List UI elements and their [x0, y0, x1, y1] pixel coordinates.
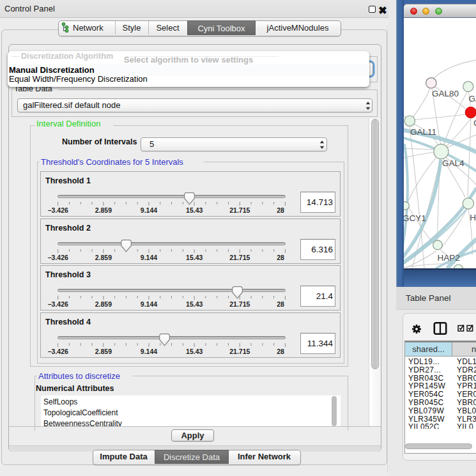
svg-text:H: H [470, 213, 476, 222]
svg-text:GAL4: GAL4 [442, 158, 464, 168]
svg-text:GA: GA [469, 94, 476, 104]
svg-text:C: C [473, 118, 476, 128]
svg-text:GAL80: GAL80 [432, 89, 459, 98]
svg-text:GCY1: GCY1 [404, 213, 426, 223]
svg-text:HAP2: HAP2 [438, 253, 460, 263]
svg-text:GAL11: GAL11 [410, 127, 436, 137]
